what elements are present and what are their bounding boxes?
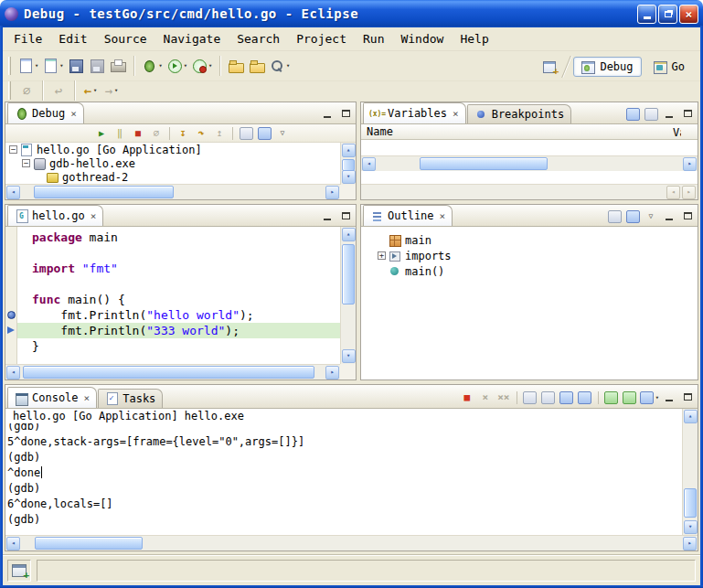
scrollbar-thumb[interactable] (34, 186, 174, 198)
maximize-view-icon[interactable] (337, 106, 354, 121)
show-stdout-icon[interactable] (559, 390, 575, 405)
tab-breakpoints[interactable]: Breakpoints (467, 104, 571, 123)
menu-edit[interactable]: Edit (50, 28, 95, 49)
tree-item[interactable]: +imports (374, 248, 698, 263)
display-selected-console-icon[interactable] (622, 390, 638, 405)
scroll-right-icon[interactable]: ▸ (683, 157, 697, 171)
outline-view-menu-icon[interactable]: ▽ (643, 208, 659, 224)
debug-horizontal-scrollbar[interactable]: ◂ ▸ (5, 184, 340, 199)
close-button[interactable]: × (679, 5, 698, 24)
new-wizard-button[interactable]: ▾ (16, 55, 40, 77)
value-column-header[interactable]: Value (673, 124, 681, 140)
tree-item[interactable]: gothread-2 (5, 170, 340, 184)
resume-icon[interactable]: ▶ (93, 125, 110, 141)
last-edit-location-icon[interactable]: ↩ (48, 80, 69, 102)
disconnect-icon[interactable]: ∅ (148, 125, 165, 141)
link-with-editor-icon[interactable] (606, 208, 623, 224)
open-console-icon[interactable]: ▾ (640, 390, 659, 405)
scrollbar-thumb[interactable] (342, 244, 355, 305)
scrollbar-track[interactable] (21, 536, 682, 551)
menu-source[interactable]: Source (96, 28, 155, 49)
title-bar[interactable]: Debug - testGo/src/cmd/hello.go - Eclips… (0, 0, 703, 27)
scroll-down-icon[interactable]: ▾ (342, 349, 356, 363)
open-perspective-button[interactable] (539, 56, 559, 78)
external-tools-button[interactable]: ▾ (190, 55, 214, 77)
debug-vertical-scrollbar[interactable]: ▴ ▾ (340, 143, 356, 185)
step-into-icon[interactable]: ↧ (175, 125, 191, 141)
perspective-go-button[interactable]: Go (645, 57, 693, 77)
collapse-all-icon[interactable] (643, 106, 659, 122)
tab-hello-go[interactable]: hello.go× (7, 205, 103, 226)
close-icon[interactable]: × (84, 392, 91, 404)
scrollbar-track[interactable] (21, 185, 325, 200)
variables-column-header[interactable]: Name Value (361, 124, 682, 140)
scrollbar-thumb[interactable] (684, 488, 697, 518)
name-column-header[interactable]: Name (367, 125, 393, 138)
debug-launch-button[interactable]: ▾ (140, 55, 164, 77)
menu-help[interactable]: Help (452, 28, 496, 49)
tree-item[interactable]: main (374, 232, 698, 248)
code-area[interactable]: package mainimport "fmt"func main() { fm… (17, 227, 340, 364)
toolbar-grip[interactable] (8, 81, 11, 100)
run-launch-button[interactable]: ▾ (165, 55, 189, 77)
tab-variables[interactable]: (x)=Variables× (363, 102, 466, 123)
minimize-view-icon[interactable] (661, 390, 677, 404)
terminate-icon[interactable]: ■ (459, 390, 475, 405)
tab-debug[interactable]: Debug× (7, 102, 84, 123)
new-go-element-button[interactable]: ▾ (41, 55, 65, 77)
editor-gutter[interactable] (5, 227, 17, 364)
sc[interactable] (540, 390, 557, 405)
variables-horizontal-scrollbar[interactable]: ◂ ▸ (361, 155, 698, 171)
close-icon[interactable]: × (70, 108, 77, 120)
scrollbar-thumb[interactable] (35, 537, 143, 550)
menu-search[interactable]: Search (229, 28, 288, 49)
print-button[interactable] (108, 55, 128, 77)
minimize-view-icon[interactable] (319, 208, 336, 223)
scroll-down-icon[interactable]: ▾ (342, 170, 356, 184)
minimize-view-icon[interactable] (661, 208, 677, 223)
code-editor[interactable]: package mainimport "fmt"func main() { fm… (5, 227, 340, 364)
terminate-icon[interactable]: ■ (130, 125, 146, 141)
collapse-icon[interactable]: − (22, 159, 30, 167)
open-project-button[interactable] (247, 55, 267, 77)
menu-run[interactable]: Run (355, 28, 392, 49)
editor-vertical-scrollbar[interactable]: ▴ ▾ (340, 227, 356, 364)
tree-item[interactable]: −gdb-hello.exe (5, 156, 340, 170)
minimize-view-icon[interactable] (319, 106, 336, 121)
outline-tree[interactable]: main+importsmain() (361, 227, 698, 380)
back-icon[interactable]: ←▾ (80, 80, 101, 102)
scrollbar-track[interactable] (683, 424, 698, 519)
scroll-up-icon[interactable]: ▴ (684, 410, 698, 423)
scroll-down-icon[interactable]: ▾ (684, 520, 698, 534)
console-horizontal-scrollbar[interactable]: ◂ ▸ (5, 535, 698, 551)
scroll-up-icon[interactable]: ▴ (342, 228, 356, 241)
variables-tree[interactable] (361, 140, 698, 155)
sort-icon[interactable] (624, 208, 641, 224)
menu-project[interactable]: Project (288, 28, 355, 49)
menu-navigate[interactable]: Navigate (155, 28, 229, 49)
variables-detail-scrollbar[interactable]: ◂ ▸ (361, 184, 698, 199)
instruction-pointer-icon[interactable] (7, 326, 15, 334)
pin-console-icon[interactable] (603, 390, 620, 405)
menu-file[interactable]: File (5, 28, 50, 49)
skip-all-breakpoints-icon[interactable]: ∅ (16, 80, 37, 102)
drop-to-frame-icon[interactable] (238, 125, 254, 141)
open-resource-button[interactable] (226, 55, 246, 77)
expand-icon[interactable]: + (378, 251, 386, 260)
tab-tasks[interactable]: Tasks (98, 389, 163, 408)
console-vertical-scrollbar[interactable]: ▴ ▾ (682, 409, 698, 535)
scroll-left-icon[interactable]: ◂ (362, 157, 376, 171)
scrollbar-thumb[interactable] (342, 159, 355, 171)
menu-window[interactable]: Window (392, 28, 452, 49)
minimize-view-icon[interactable] (661, 106, 677, 121)
use-step-filters-icon[interactable] (256, 125, 272, 141)
close-icon[interactable]: × (440, 210, 446, 222)
variables-detail-pane[interactable] (361, 171, 698, 184)
scroll-right-icon[interactable]: ▸ (682, 186, 696, 199)
close-icon[interactable]: × (91, 210, 97, 222)
tree-item[interactable]: main() (374, 263, 698, 279)
editor-horizontal-scrollbar[interactable]: ◂ ▸ (5, 364, 340, 380)
save-button[interactable] (66, 55, 86, 77)
search-button[interactable]: ▾ (268, 55, 292, 77)
scroll-left-icon[interactable]: ◂ (6, 366, 20, 380)
